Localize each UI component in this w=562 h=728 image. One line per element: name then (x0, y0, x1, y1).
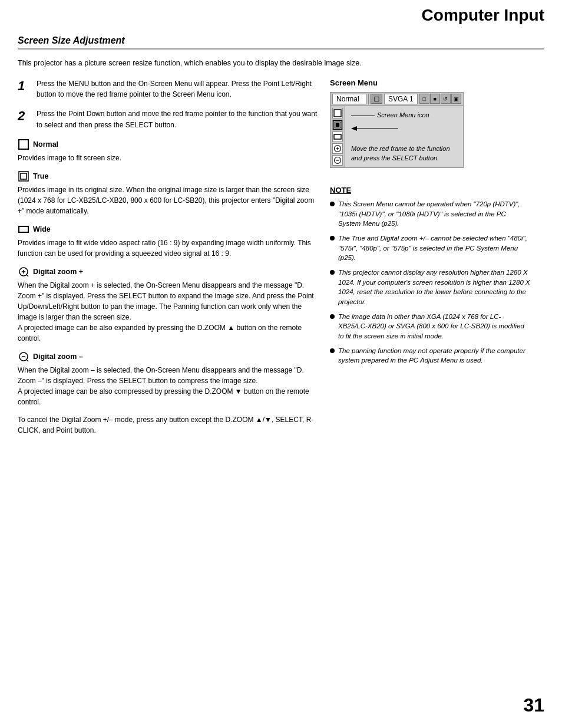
svg-line-7 (27, 275, 28, 276)
note-item-1: This Screen Menu cannot be operated when… (330, 199, 530, 229)
step-2-text: Press the Point Down button and move the… (37, 108, 318, 130)
note-title: NOTE (330, 186, 530, 195)
svg-rect-14 (334, 134, 341, 139)
svg-line-10 (27, 360, 28, 361)
note-item-5: The panning function may not operate pro… (330, 346, 530, 365)
mode-normal: Normal Provides image to fit screen size… (18, 139, 318, 163)
svg-rect-0 (19, 140, 28, 149)
digital-zoom-minus-desc: When the Digital zoom – is selected, the… (18, 365, 318, 407)
step-2-number: 2 (18, 108, 31, 130)
svg-rect-13 (335, 123, 340, 127)
step-1: 1 Press the MENU button and the On-Scree… (18, 78, 318, 100)
menu-btn-3[interactable]: ↺ (441, 94, 451, 104)
note-bullet-1 (330, 202, 335, 206)
note-item-2: The True and Digital zoom +/– cannot be … (330, 233, 530, 263)
page-header-title: Computer Input (422, 6, 544, 25)
menu-btn-4[interactable]: ▣ (451, 94, 461, 104)
side-icon-3 (332, 131, 343, 142)
screen-menu-title: Screen Menu (330, 78, 530, 87)
note-bullet-4 (330, 314, 335, 319)
wide-label: Wide (33, 225, 51, 233)
menu-normal: Normal (332, 94, 366, 104)
side-icon-4 (332, 143, 343, 154)
true-label: True (33, 172, 48, 180)
mode-wide: Wide Provides image to fit wide video as… (18, 223, 318, 259)
left-column: 1 Press the MENU button and the On-Scree… (18, 78, 318, 436)
digital-zoom-plus-desc: When the Digital zoom + is selected, the… (18, 280, 318, 344)
normal-desc: Provides image to fit screen size. (18, 153, 318, 163)
note-section: NOTE This Screen Menu cannot be operated… (330, 186, 530, 365)
normal-icon (18, 139, 29, 150)
annotation-screen-menu-icon: Screen Menu icon (377, 111, 429, 120)
side-icon-2 (332, 120, 343, 130)
mode-true: True Provides image in its original size… (18, 170, 318, 216)
normal-label: Normal (33, 140, 58, 149)
page-number: 31 (523, 694, 544, 716)
note-bullet-3 (330, 270, 335, 275)
cancel-text: To cancel the Digital Zoom +/– mode, pre… (18, 414, 318, 436)
svg-rect-2 (21, 173, 27, 179)
wide-desc: Provides image to fit wide video aspect … (18, 238, 318, 259)
side-icon-1 (332, 108, 343, 118)
svg-rect-3 (19, 226, 28, 232)
note-item-3: This projector cannot display any resolu… (330, 268, 530, 307)
digital-zoom-plus-icon (18, 266, 29, 278)
step-1-number: 1 (18, 78, 31, 100)
wide-icon (18, 223, 29, 235)
digital-zoom-plus-label: Digital zoom + (33, 268, 83, 276)
right-column: Screen Menu Normal ▢ SVGA 1 □ ■ ↺ ▣ (330, 78, 530, 436)
menu-btn-2[interactable]: ■ (430, 94, 440, 104)
section-title: Screen Size Adjustment (18, 35, 544, 50)
digital-zoom-minus-label: Digital zoom – (33, 353, 83, 361)
mode-digital-zoom-minus: Digital zoom – When the Digital zoom – i… (18, 351, 318, 407)
menu-icon-1: ▢ (371, 94, 382, 104)
intro-text: This projector has a picture screen resi… (18, 58, 544, 69)
true-icon (18, 170, 29, 182)
digital-zoom-minus-icon (18, 351, 29, 363)
true-desc: Provides image in its original size. Whe… (18, 185, 318, 216)
side-icon-5 (332, 155, 343, 166)
annotation-move-text: Move the red frame to the function and p… (351, 145, 450, 161)
note-bullet-2 (330, 236, 335, 241)
step-1-text: Press the MENU button and the On-Screen … (37, 78, 318, 100)
menu-svga: SVGA 1 (384, 94, 418, 104)
note-item-4: The image data in other than XGA (1024 x… (330, 312, 530, 341)
menu-btn-1[interactable]: □ (419, 94, 429, 104)
svg-rect-11 (334, 110, 341, 117)
mode-digital-zoom-plus: Digital zoom + When the Digital zoom + i… (18, 266, 318, 344)
note-bullet-5 (330, 348, 335, 353)
step-2: 2 Press the Point Down button and move t… (18, 108, 318, 130)
